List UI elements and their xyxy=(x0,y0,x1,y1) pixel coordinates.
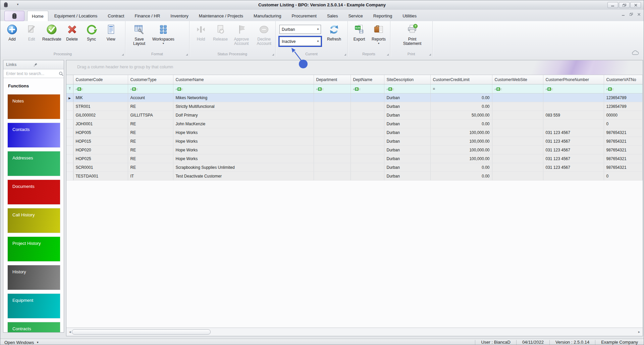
tab-reporting[interactable]: Reporting xyxy=(369,11,396,21)
grid-cell[interactable]: Test Deactivate Customer xyxy=(173,172,314,181)
grid-cell[interactable]: Mikes Networking xyxy=(173,93,314,102)
group-dialog-launcher-icon[interactable] xyxy=(429,54,431,56)
grid-cell[interactable] xyxy=(314,146,351,154)
function-project-history[interactable]: Project History xyxy=(7,236,60,262)
grid-cell[interactable]: Durban xyxy=(384,120,430,128)
grid-cell[interactable] xyxy=(351,93,384,102)
grid-cell[interactable]: Strictly Multifunctional xyxy=(173,102,314,111)
reactivate-button[interactable]: Reactivate xyxy=(41,22,62,42)
minimize-button[interactable] xyxy=(607,2,618,8)
grid-cell[interactable]: 00000 xyxy=(604,111,643,120)
grid-cell[interactable] xyxy=(492,102,543,111)
grid-cell[interactable] xyxy=(543,102,604,111)
grid-cell[interactable]: 031 123 4567 xyxy=(543,146,604,154)
abc-filter-icon[interactable]: ABC xyxy=(76,86,83,91)
grid-cell[interactable]: GILLITTSPA xyxy=(128,111,173,120)
grid-cell[interactable]: JOH0001 xyxy=(73,120,128,128)
grid-cell[interactable] xyxy=(492,137,543,146)
tab-procurement[interactable]: Procurement xyxy=(287,11,321,21)
grid-cell[interactable] xyxy=(314,154,351,163)
grid-cell[interactable]: Durban xyxy=(384,128,430,137)
abc-filter-icon[interactable]: ABC xyxy=(546,86,553,91)
grid-cell[interactable] xyxy=(492,120,543,128)
abc-filter-icon[interactable]: ABC xyxy=(387,86,394,91)
grid-cell[interactable] xyxy=(492,154,543,163)
filter-cell[interactable]: ABC xyxy=(351,84,384,93)
filter-cell[interactable]: ABC xyxy=(173,84,314,93)
grid-cell[interactable]: 031 123 4567 xyxy=(543,128,604,137)
grid-cell[interactable]: Hope Works xyxy=(173,154,314,163)
save-layout-button[interactable]: Save Layout xyxy=(127,22,151,47)
grid-cell[interactable]: RE xyxy=(128,163,173,172)
grid-cell[interactable]: RE xyxy=(128,154,173,163)
grid-cell[interactable]: 100,000.00 xyxy=(430,128,492,137)
grid-cell[interactable]: 987654321 xyxy=(604,163,643,172)
grid-cell[interactable]: Hope Works xyxy=(173,137,314,146)
function-call-history[interactable]: Call History xyxy=(7,208,60,233)
tab-home[interactable]: Home xyxy=(27,11,48,21)
grid-cell[interactable] xyxy=(314,102,351,111)
abc-filter-icon[interactable]: ABC xyxy=(606,86,614,91)
grid-cell[interactable] xyxy=(351,163,384,172)
column-header-customerwebsite[interactable]: CustomerWebSite xyxy=(492,75,543,84)
grid-cell[interactable] xyxy=(543,93,604,102)
table-row[interactable]: HOP025REHope WorksDurban100,000.00031 12… xyxy=(66,154,643,163)
grid-cell[interactable] xyxy=(351,120,384,128)
grid-cell[interactable]: 987654321 xyxy=(604,128,643,137)
abc-filter-icon[interactable]: ABC xyxy=(130,86,138,91)
grid-cell[interactable]: 987654321 xyxy=(604,146,643,154)
function-addresses[interactable]: Addresses xyxy=(7,151,60,176)
group-dialog-launcher-icon[interactable] xyxy=(387,54,389,56)
grid-cell[interactable]: Dolf Primary xyxy=(173,111,314,120)
abc-filter-icon[interactable]: ABC xyxy=(176,86,183,91)
filter-cell[interactable]: = xyxy=(430,84,492,93)
abc-filter-icon[interactable]: ABC xyxy=(495,86,502,91)
grid-cell[interactable] xyxy=(351,102,384,111)
grid-cell[interactable]: 0.00 xyxy=(430,120,492,128)
column-header-customertype[interactable]: CustomerType xyxy=(128,75,173,84)
workspaces-button[interactable]: Workspaces ▼ xyxy=(151,22,175,47)
column-header-customercode[interactable]: CustomerCode xyxy=(73,75,128,84)
table-row[interactable]: STR001REStrictly MultifunctionalDurban0.… xyxy=(66,102,643,111)
grid-cell[interactable]: 0 xyxy=(604,120,643,128)
grid-cell[interactable] xyxy=(492,163,543,172)
grid-cell[interactable]: 031 123 4567 xyxy=(543,154,604,163)
tab-maintenance-projects[interactable]: Maintenance / Projects xyxy=(195,11,248,21)
table-row[interactable]: SCR0001REScrapbooking Supplies Unlimited… xyxy=(66,163,643,172)
grid-cell[interactable] xyxy=(314,172,351,181)
grid-cell[interactable]: Durban xyxy=(384,137,430,146)
grid-cell[interactable]: 0.00 xyxy=(430,102,492,111)
grid-cell[interactable]: 100,000.00 xyxy=(430,154,492,163)
status-dropdown[interactable]: Inactive ▼ xyxy=(279,37,321,46)
function-contacts[interactable]: Contacts xyxy=(7,123,60,148)
grid-cell[interactable]: 50,000.00 xyxy=(430,111,492,120)
grid-cell[interactable]: Hope Works xyxy=(173,146,314,154)
filter-cell[interactable]: ABC xyxy=(492,84,543,93)
tab-contract[interactable]: Contract xyxy=(103,11,128,21)
grid-cell[interactable] xyxy=(492,111,543,120)
grid-cell[interactable] xyxy=(351,137,384,146)
filter-cell[interactable]: ABC xyxy=(128,84,173,93)
print-statement-button[interactable]: ? Print Statement xyxy=(400,22,424,47)
grid-cell[interactable]: Durban xyxy=(384,154,430,163)
application-menu-button[interactable] xyxy=(4,11,24,21)
grid-cell[interactable] xyxy=(351,146,384,154)
filter-cell[interactable]: ABC xyxy=(604,84,643,93)
child-minimize-icon[interactable] xyxy=(622,13,625,16)
filter-cell[interactable]: ABC xyxy=(314,84,351,93)
table-row[interactable]: ▶MIKAccountMikes NetworkingDurban0.00123… xyxy=(66,93,643,102)
search-icon[interactable] xyxy=(59,71,63,76)
child-restore-icon[interactable] xyxy=(630,13,633,16)
grid-cell[interactable]: Durban xyxy=(384,172,430,181)
grid-cell[interactable]: HOP015 xyxy=(73,137,128,146)
site-dropdown[interactable]: Durban ▼ xyxy=(279,25,321,34)
grid-cell[interactable]: 083 559 xyxy=(543,111,604,120)
grid-cell[interactable]: 0.00 xyxy=(430,172,492,181)
grid-cell[interactable]: HOP025 xyxy=(73,154,128,163)
grid-cell[interactable]: Account xyxy=(128,93,173,102)
grid-cell[interactable]: Durban xyxy=(384,102,430,111)
equals-filter-icon[interactable]: = xyxy=(433,87,435,91)
grid-cell[interactable]: RE xyxy=(128,102,173,111)
scroll-left-icon[interactable]: ◄ xyxy=(68,330,71,334)
column-header-department[interactable]: Department xyxy=(314,75,351,84)
